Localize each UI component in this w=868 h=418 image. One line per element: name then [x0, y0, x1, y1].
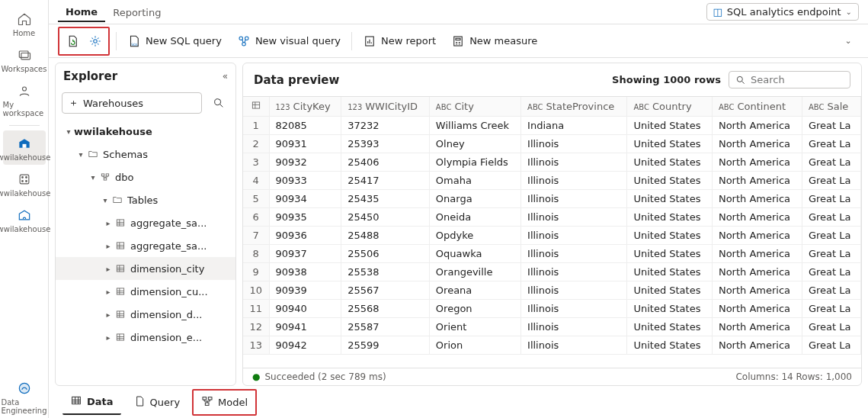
endpoint-switcher[interactable]: ◫ SQL analytics endpoint ⌄ [706, 3, 859, 21]
column-header[interactable]: ABCCountry [627, 97, 713, 117]
column-header[interactable]: ABCStateProvince [521, 97, 627, 117]
tree-node-dbo[interactable]: dbo [56, 166, 235, 188]
svg-rect-1 [21, 53, 30, 59]
ribbon: SQL New SQL query New visual query New r… [49, 24, 868, 58]
refresh-button[interactable] [61, 31, 84, 51]
tree-node-table[interactable]: dimension_cu... [56, 280, 235, 303]
tree-node-schemas[interactable]: Schemas [56, 143, 235, 166]
cell: Illinois [521, 245, 627, 263]
tab-home[interactable]: Home [58, 2, 105, 22]
tree-node-table[interactable]: dimension_city [56, 257, 235, 280]
column-header[interactable]: ABCContinent [712, 97, 802, 117]
cell: Oquawka [429, 245, 520, 263]
tree-node-table-label: aggregate_sa... [130, 240, 207, 252]
tree-node-table[interactable]: dimension_e... [56, 326, 235, 349]
tree-node-tables[interactable]: Tables [56, 188, 235, 211]
cell: Great La [802, 336, 860, 355]
table-row[interactable]: 39093225406Olympia FieldsIllinoisUnited … [243, 153, 861, 172]
grid-search-input[interactable] [751, 74, 842, 85]
nav-item-sql-endpoint-label: wwilakehouse [0, 225, 50, 233]
table-icon [114, 216, 127, 230]
table-row[interactable]: 139094225599OrionIllinoisUnited StatesNo… [243, 336, 861, 355]
tab-reporting[interactable]: Reporting [105, 2, 168, 21]
table-row[interactable]: 129094125587OrientIllinoisUnited StatesN… [243, 318, 861, 336]
tree-node-table[interactable]: aggregate_sa... [56, 234, 235, 257]
footer-tab-query[interactable]: Query [126, 391, 188, 414]
nav-item-semantic[interactable]: wwilakehouse [3, 166, 46, 201]
report-icon [363, 34, 376, 48]
table-row[interactable]: 29093125393OlneyIllinoisUnited StatesNor… [243, 135, 861, 153]
cell: Great La [802, 208, 860, 227]
table-row[interactable]: 89093725506OquawkaIllinoisUnited StatesN… [243, 245, 861, 263]
cell: North America [712, 336, 802, 355]
workspaces-icon [16, 47, 33, 63]
cell: 90941 [269, 318, 341, 336]
cell: Illinois [521, 190, 627, 208]
column-header[interactable]: 123CityKey [269, 97, 341, 117]
cell: Great La [802, 153, 860, 172]
column-header[interactable]: 123WWICityID [341, 97, 430, 117]
nav-my-workspace[interactable]: My workspace [3, 78, 46, 121]
footer-tab-data[interactable]: Data [62, 390, 121, 415]
top-tab-bar: Home Reporting ◫ SQL analytics endpoint … [49, 0, 868, 24]
table-row[interactable]: 109093925567OreanaIllinoisUnited StatesN… [243, 281, 861, 300]
collapse-explorer-button[interactable]: « [223, 71, 228, 82]
cell: Olney [429, 135, 520, 153]
new-measure-button[interactable]: New measure [447, 31, 542, 51]
chevron-down-icon [100, 196, 111, 204]
column-header[interactable]: ABCSale [802, 97, 860, 117]
nav-home[interactable]: Home [3, 6, 46, 40]
table-row[interactable]: 99093825538OrangevilleIllinoisUnited Sta… [243, 263, 861, 281]
cell: United States [627, 190, 713, 208]
explorer-search-button[interactable] [208, 92, 229, 114]
table-row[interactable]: 119094025568OregonIllinoisUnited StatesN… [243, 300, 861, 318]
chevron-down-icon [75, 150, 86, 159]
cell: United States [627, 117, 713, 135]
new-visual-query-button[interactable]: New visual query [232, 31, 345, 51]
ribbon-overflow[interactable]: ⌄ [838, 31, 859, 52]
chevron-right-icon [103, 333, 114, 342]
select-all-header[interactable] [243, 97, 269, 117]
row-number: 1 [243, 117, 269, 135]
cell: Illinois [521, 208, 627, 227]
cell: United States [627, 263, 713, 281]
tree-node-table[interactable]: aggregate_sa... [56, 211, 235, 234]
column-header[interactable]: ABCCity [429, 97, 520, 117]
gear-icon [88, 34, 102, 48]
search-icon [213, 97, 225, 109]
svg-point-28 [737, 76, 742, 82]
row-number: 4 [243, 172, 269, 190]
warehouses-button[interactable]: ＋ Warehouses [62, 92, 202, 114]
table-row[interactable]: 79093625488OpdykeIllinoisUnited StatesNo… [243, 227, 861, 245]
tree-node-root[interactable]: wwilakehouse [56, 120, 235, 143]
nav-workspaces-label: Workspaces [2, 65, 47, 73]
new-sql-query-button[interactable]: SQL New SQL query [123, 31, 226, 51]
cell: United States [627, 135, 713, 153]
table-row[interactable]: 69093525450OneidaIllinoisUnited StatesNo… [243, 208, 861, 227]
data-tab-icon [70, 394, 82, 409]
tree-node-table[interactable]: dimension_d... [56, 303, 235, 326]
sql-endpoint-icon [16, 207, 33, 223]
nav-item-lakehouse[interactable]: wwilakehouse [3, 130, 46, 165]
cell: Illinois [521, 263, 627, 281]
grid-search[interactable] [729, 71, 850, 88]
table-row[interactable]: 59093425435OnargaIllinoisUnited StatesNo… [243, 190, 861, 208]
query-tab-icon [133, 395, 146, 410]
row-number: 6 [243, 208, 269, 227]
cell: 90942 [269, 336, 341, 355]
table-row[interactable]: 18208537232Williams CreekIndianaUnited S… [243, 117, 861, 135]
cell: United States [627, 172, 713, 190]
table-row[interactable]: 49093325417OmahaIllinoisUnited StatesNor… [243, 172, 861, 190]
footer-tab-model[interactable]: Model [192, 389, 257, 416]
nav-persona[interactable]: Data Engineering [3, 375, 46, 418]
nav-workspaces[interactable]: Workspaces [3, 42, 46, 76]
data-preview-panel: Data preview Showing 1000 rows 123CityKe… [242, 63, 862, 386]
data-grid[interactable]: 123CityKey123WWICityIDABCCityABCStatePro… [243, 96, 861, 368]
nav-item-sql-endpoint[interactable]: wwilakehouse [3, 202, 46, 236]
nav-separator [9, 125, 40, 126]
svg-rect-19 [101, 174, 104, 176]
settings-button[interactable] [84, 31, 107, 51]
row-number: 5 [243, 190, 269, 208]
new-report-button[interactable]: New report [358, 31, 440, 51]
explorer-panel: Explorer « ＋ Warehouses wwilakehouse [55, 63, 236, 386]
